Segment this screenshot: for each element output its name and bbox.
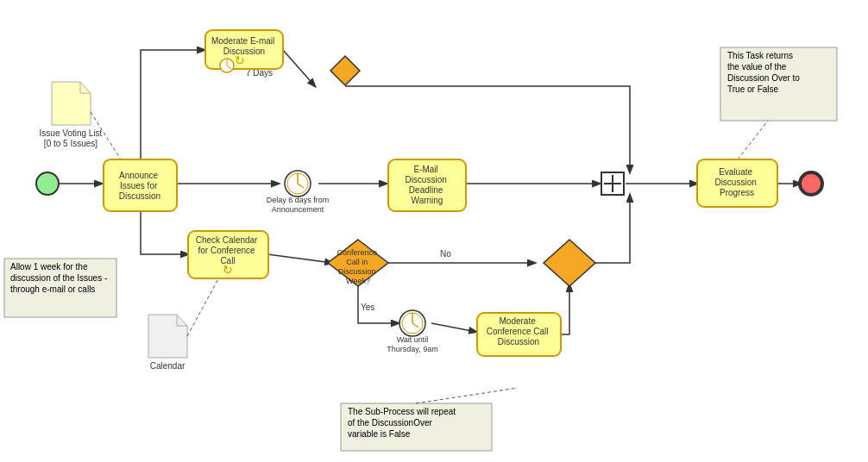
svg-line-4: [283, 50, 315, 86]
svg-text:Announcement: Announcement: [272, 205, 324, 214]
diamond-conference-label: Conference Call in Discussion Week?: [337, 248, 379, 285]
diagram-svg: This Task returns the value of the Discu…: [0, 0, 868, 462]
diamond-top: [330, 56, 360, 85]
svg-text:[0 to 5 Issues]: [0 to 5 Issues]: [44, 139, 97, 148]
svg-text:Calendar: Calendar: [150, 361, 186, 371]
document-issue-voting: Issue Voting List [0 to 5 Issues]: [40, 82, 103, 148]
svg-text:Issue Voting List: Issue Voting List: [40, 128, 103, 138]
svg-line-9: [431, 323, 476, 332]
svg-text:Thursday, 9am: Thursday, 9am: [387, 345, 437, 353]
svg-line-8: [267, 254, 332, 263]
task-announce-label: Announce Issues for Discussion: [119, 171, 160, 201]
bpmn-diagram: This Task returns the value of the Discu…: [0, 0, 868, 462]
label-no: No: [440, 249, 451, 259]
task-evaluate-label: Evaluate Discussion Progress: [714, 167, 758, 197]
svg-line-12: [738, 121, 768, 159]
svg-text:↻: ↻: [223, 263, 233, 277]
svg-line-15: [416, 388, 518, 403]
end-event: [800, 172, 822, 195]
label-yes: Yes: [361, 303, 374, 312]
label-delay: Delay 6 days from: [267, 196, 330, 204]
svg-line-14: [187, 276, 220, 336]
document-calendar: Calendar: [148, 315, 187, 371]
start-event: [36, 172, 59, 195]
diamond-no: [544, 240, 595, 286]
label-wait: Wait until: [397, 335, 429, 344]
